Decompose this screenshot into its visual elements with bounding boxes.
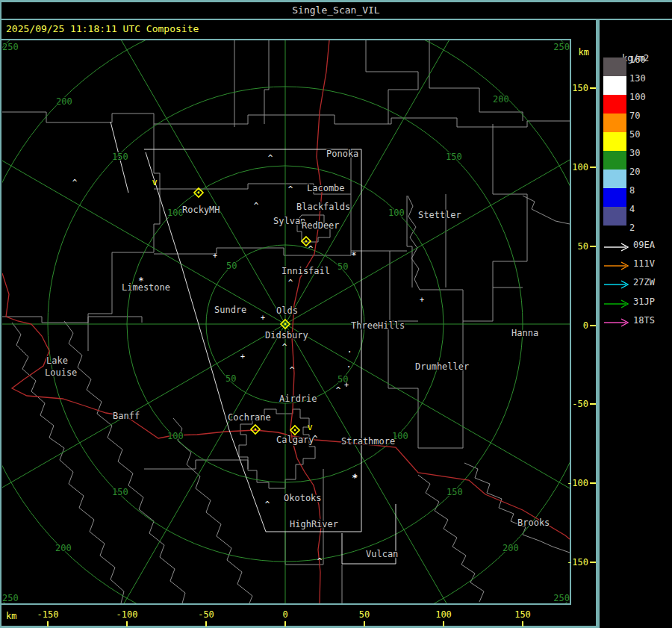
scale-value: 130 [629, 73, 646, 84]
ring-distance-label: 100 [167, 431, 184, 441]
radar-site-dot [294, 429, 296, 432]
town-plus-marker: + [240, 352, 245, 361]
wind-vee-marker: v [307, 422, 312, 432]
bottom-tick-mark [284, 621, 286, 627]
radar-app-window: Single_Scan_VIL 2025/09/25 11:18:11 UTC … [0, 0, 672, 628]
town-star-marker: * [138, 275, 144, 286]
county-boundary [523, 196, 570, 224]
town-caret-marker: ^ [290, 365, 295, 375]
city-label: Strathmore [341, 436, 395, 447]
town-caret-marker: ^ [282, 342, 287, 352]
ring-distance-label: 200 [493, 94, 509, 105]
right-tick-label: 100 [572, 162, 588, 172]
city-label: Limestone [122, 282, 170, 293]
track-id: 27ZW [633, 277, 655, 287]
city-label: RockyMH [182, 205, 220, 215]
county-boundary [144, 460, 248, 469]
city-label: Blackfalds [296, 202, 350, 212]
bottom-tick-label: 50 [359, 609, 370, 620]
ring-distance-label: 250 [553, 42, 570, 52]
city-label: Calgary [276, 435, 314, 445]
scale-swatch-30 [603, 151, 626, 170]
bottom-tick-label: 100 [435, 609, 452, 620]
right-tick-label: -150 [567, 557, 588, 568]
ring-distance-label: 200 [503, 543, 519, 553]
scale-swatch-100 [603, 95, 626, 114]
bottom-tick-label: -100 [116, 609, 138, 620]
bottom-tick-mark [126, 621, 128, 627]
scale-value: 30 [629, 148, 640, 158]
ring-distance-label: 150 [447, 487, 463, 497]
radial-line [2, 324, 285, 603]
track-id: 18TS [633, 315, 655, 326]
town-plus-marker: + [420, 296, 424, 304]
scale-value: 50 [629, 129, 640, 140]
city-label: Banff [113, 411, 140, 421]
scale-swatch-130 [603, 76, 626, 95]
county-boundary [64, 321, 185, 603]
county-boundary [264, 40, 269, 124]
window-title: Single_Scan_VIL [0, 2, 672, 19]
town-caret-marker: ^ [268, 153, 273, 163]
county-boundary [154, 248, 407, 255]
bottom-distance-axis: km -150-100-50050100150 [0, 605, 672, 626]
right-tick-mark [590, 167, 596, 168]
right-tick-mark [590, 562, 596, 563]
legend-panel: kg/m2 16013010070503020842 09EA111V27ZW3… [600, 20, 672, 628]
bottom-tick-mark [522, 621, 523, 627]
track-id: 111V [633, 258, 655, 269]
city-label: Drumheller [415, 361, 469, 372]
right-tick-mark [590, 403, 596, 405]
radar-map[interactable]: 5050505010010010010015015015015020020020… [2, 40, 570, 603]
scale-value: 8 [629, 185, 635, 196]
city-label: RedDeer [302, 220, 340, 231]
town-caret-marker: ^ [313, 434, 318, 444]
town-star-marker: * [352, 472, 358, 483]
city-label: Innisfail [281, 266, 330, 276]
city-label: Sylvan [273, 216, 305, 226]
scale-value: 100 [629, 92, 646, 102]
city-label: Okotoks [284, 493, 322, 503]
range-ring [2, 40, 570, 603]
county-boundary [285, 469, 323, 565]
track-arrow-18TS [603, 316, 630, 325]
right-tick-label: -100 [567, 478, 588, 488]
bottom-tick-label: -150 [37, 609, 59, 620]
range-ring [2, 40, 570, 603]
radar-site-dot [284, 323, 287, 326]
county-boundary [2, 112, 570, 127]
track-id: 31JP [633, 296, 655, 307]
city-label: Hanna [511, 328, 538, 338]
radar-site-dot [198, 192, 200, 194]
scale-value: 70 [629, 111, 640, 121]
right-tick-mark [590, 87, 596, 89]
right-tick-label: 0 [583, 320, 588, 331]
bottom-tick-mark [443, 621, 444, 627]
town-plus-marker: + [344, 381, 349, 389]
city-label: Ponoka [326, 149, 358, 159]
right-tick-mark [590, 325, 596, 326]
town-caret-marker: ^ [254, 201, 259, 211]
radar-site-dot [305, 240, 308, 243]
track-arrow-27ZW [603, 278, 630, 287]
ring-distance-label: 100 [167, 208, 184, 218]
right-tick-label: 150 [572, 83, 588, 93]
bottom-tick-label: -50 [198, 609, 214, 620]
city-label: Airdrie [279, 394, 317, 404]
right-tick-label: -50 [572, 399, 588, 409]
town-caret-marker: ^ [336, 385, 341, 395]
town-plus-marker: + [261, 314, 265, 322]
city-label: Didsbury [265, 330, 308, 341]
track-id: 09EA [633, 240, 655, 250]
scale-swatch-8 [603, 188, 626, 207]
town-caret-marker: ^ [317, 556, 323, 566]
ring-distance-label: 250 [553, 593, 570, 603]
scale-swatch-50 [603, 132, 626, 151]
city-label: Cochrane [228, 412, 271, 423]
scale-swatch-160 [603, 57, 626, 76]
right-distance-axis: km 150100500-50-100-150 [571, 20, 596, 606]
radar-map-canvas[interactable]: 5050505010010010010015015015015020020020… [2, 40, 570, 603]
right-tick-mark [590, 246, 596, 247]
county-boundary [420, 287, 523, 321]
bottom-axis-unit: km [6, 611, 16, 621]
